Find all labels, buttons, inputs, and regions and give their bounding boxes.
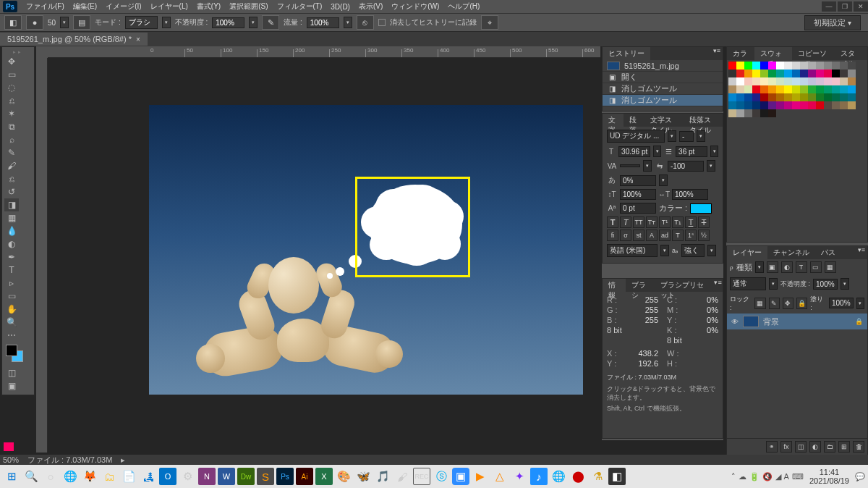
swatch[interactable] [816,101,824,109]
swatch[interactable] [792,93,800,101]
swatch[interactable] [840,101,848,109]
color-tab[interactable]: カラー [727,47,754,60]
swatch[interactable] [760,109,768,117]
history-step-active[interactable]: ◨ 消しゴムツール [603,95,723,106]
workspace-selector[interactable]: 初期設定 ▾ [804,15,861,30]
mode-select[interactable]: ブラシ [125,16,158,29]
swatch[interactable] [808,101,816,109]
dropdown-arrow-icon[interactable]: ▾ [660,245,669,256]
swatch[interactable] [840,70,848,77]
document-close-icon[interactable]: × [136,35,140,43]
media-player-icon[interactable]: ▶ [472,468,489,485]
history-step[interactable]: ▣ 開く [603,72,723,83]
layer-row[interactable]: 👁 背景 🔒 [727,314,867,329]
blur-tool[interactable]: 💧 [4,224,19,237]
swatch[interactable] [816,70,824,77]
pressure-opacity-icon[interactable]: ✎ [262,15,279,30]
swatch[interactable] [800,85,808,93]
swatch[interactable] [768,109,776,117]
document-tab[interactable]: 5195261_m.jpg @ 50% (RGB/8#) * × [0,33,148,46]
swatch[interactable] [768,101,776,109]
photoshop-icon[interactable]: Ps [276,468,294,485]
swatch[interactable] [776,93,784,101]
character-tab[interactable]: 文字 [603,114,624,127]
opentype-ad[interactable]: ad [659,230,671,241]
minimize-button[interactable]: — [822,1,836,12]
crop-tool[interactable]: ⧉ [4,120,19,133]
vlc-icon[interactable]: △ [491,468,509,485]
flow-input[interactable]: 100% [307,17,339,28]
tray-battery-icon[interactable]: 🔋 [749,472,760,481]
swatch[interactable] [744,77,752,85]
artboard-tool[interactable]: ▭ [4,68,19,81]
layer-mask-icon[interactable]: ◫ [795,441,807,453]
swatch[interactable] [752,70,760,77]
swatch[interactable] [840,93,848,101]
record-icon[interactable]: ⬤ [569,468,587,485]
history-tab[interactable]: ヒストリー [603,47,650,60]
globe-icon[interactable]: 🌐 [550,468,567,485]
swatch[interactable] [744,93,752,101]
firefox-icon[interactable]: 🦊 [81,468,98,485]
char-style-tab[interactable]: 文字スタイル [644,114,684,127]
opentype-T[interactable]: T [672,230,684,241]
panel-menu-icon[interactable]: ▾≡ [713,279,723,292]
filter-smart-icon[interactable]: ▦ [825,261,836,273]
swatch[interactable] [808,85,816,93]
swatch[interactable] [776,77,784,85]
swatch[interactable] [808,70,816,77]
swatch[interactable] [784,77,792,85]
swatch[interactable] [808,62,816,70]
swatch[interactable] [760,70,768,77]
brush-panel-icon[interactable]: ▤ [73,15,90,30]
swatch[interactable] [760,62,768,70]
photos-icon[interactable]: 🏞 [140,468,157,485]
info-tab[interactable]: 情報 [603,279,626,292]
swatch[interactable] [800,70,808,77]
superscript-button[interactable]: T¹ [659,216,671,228]
swatch[interactable] [736,62,744,70]
lock-transparency-icon[interactable]: ▦ [754,298,765,309]
filter-type-icon[interactable]: T [796,261,807,273]
swatch[interactable] [808,77,816,85]
dropdown-arrow-icon[interactable]: ▾ [755,261,764,273]
notification-icon[interactable]: 💬 [855,472,865,481]
swatch[interactable] [776,85,784,93]
clone-stamp-tool[interactable]: ⎌ [4,172,19,185]
swatch[interactable] [792,85,800,93]
spot-heal-tool[interactable]: ✎ [4,146,19,159]
baseline-input[interactable]: 0 pt [620,203,656,214]
dodge-tool[interactable]: ◐ [4,237,19,251]
visibility-icon[interactable]: 👁 [731,318,739,326]
chrome-icon[interactable]: 🌐 [61,468,79,485]
styles-tab[interactable]: スタイル [835,47,867,60]
zoom-tool[interactable]: 🔍 [4,316,19,329]
swatch[interactable] [800,93,808,101]
paragraph-tab[interactable]: 段落 [624,114,644,127]
dropdown-arrow-icon[interactable]: ▾ [710,146,718,157]
swatch[interactable] [848,85,856,93]
swatch[interactable] [736,109,744,117]
swatch[interactable] [768,77,776,85]
swatch[interactable] [808,93,816,101]
swatch[interactable] [792,62,800,70]
swatch[interactable] [832,62,840,70]
antialias-select[interactable]: 強く [681,244,705,257]
swatch[interactable] [744,101,752,109]
swatch[interactable] [744,109,752,117]
mode-arrow[interactable]: ▾ [162,17,171,28]
swatch[interactable] [752,62,760,70]
swatch[interactable] [752,109,760,117]
panel-menu-icon[interactable]: ▾≡ [856,246,867,259]
swatch[interactable] [752,85,760,93]
swatch[interactable] [752,77,760,85]
erase-history-checkbox[interactable] [378,19,386,26]
swatch[interactable] [832,77,840,85]
dropdown-arrow-icon[interactable]: ▾ [643,160,652,172]
swatch[interactable] [768,70,776,77]
dropdown-arrow-icon[interactable]: ▾ [668,130,676,142]
swatches-tab[interactable]: スウォッチ [754,47,792,60]
swatch[interactable] [840,62,848,70]
type-tool[interactable]: T [4,264,19,277]
opentype-A[interactable]: A [646,230,658,241]
